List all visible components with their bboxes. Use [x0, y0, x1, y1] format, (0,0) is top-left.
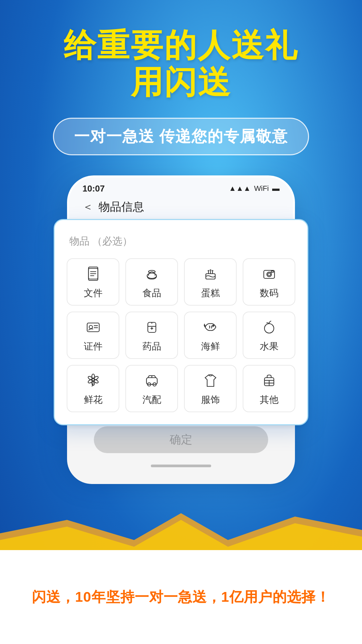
- nav-title: 物品信息: [99, 199, 144, 215]
- medicine-icon: [144, 320, 159, 337]
- item-label-flower: 鲜花: [84, 393, 103, 406]
- back-button[interactable]: ＜: [82, 200, 93, 214]
- fruit-icon: [262, 320, 277, 337]
- item-btn-seafood[interactable]: 海鲜: [184, 312, 237, 359]
- digital-icon: [262, 266, 277, 283]
- phone-navbar: ＜ 物品信息: [69, 197, 293, 220]
- svg-point-20: [264, 324, 274, 333]
- confirm-button[interactable]: 确定: [94, 426, 268, 453]
- signal-icon: ▲▲▲: [229, 184, 251, 193]
- item-btn-other[interactable]: 其他: [243, 365, 295, 412]
- item-btn-file[interactable]: 文件: [67, 258, 119, 306]
- flower-icon: [86, 373, 101, 390]
- file-icon: [86, 266, 101, 283]
- item-label-medicine: 药品: [142, 340, 161, 353]
- item-btn-medicine[interactable]: 药品: [125, 312, 178, 359]
- svg-point-9: [268, 273, 270, 276]
- items-panel: 物品（必选） 文件食品蛋糕数码证件药品海鲜水果鲜花汽配服饰其他: [54, 219, 308, 425]
- home-indicator: [151, 465, 211, 467]
- item-btn-clothing[interactable]: 服饰: [184, 365, 237, 412]
- svg-point-19: [213, 325, 214, 326]
- item-btn-food[interactable]: 食品: [125, 258, 178, 306]
- bottom-text: 闪送，10年坚持一对一急送，1亿用户的选择！: [32, 588, 330, 606]
- hero-title: 给重要的人送礼 用闪送: [64, 27, 298, 101]
- item-label-food: 食品: [142, 287, 161, 300]
- item-label-file: 文件: [84, 287, 103, 300]
- food-icon: [144, 266, 159, 283]
- svg-point-12: [89, 325, 93, 329]
- subtitle-pill: 一对一急送 传递您的专属敬意: [53, 118, 309, 155]
- item-label-seafood: 海鲜: [201, 340, 220, 353]
- item-label-clothing: 服饰: [201, 393, 220, 406]
- item-btn-auto-parts[interactable]: 汽配: [125, 365, 178, 412]
- item-btn-fruit[interactable]: 水果: [243, 312, 295, 359]
- item-btn-digital[interactable]: 数码: [243, 258, 295, 306]
- item-label-other: 其他: [260, 393, 279, 406]
- auto-parts-icon: [144, 373, 159, 390]
- item-btn-id-card[interactable]: 证件: [67, 312, 119, 359]
- item-label-fruit: 水果: [260, 340, 279, 353]
- item-label-digital: 数码: [260, 287, 279, 300]
- lightning-decoration: [0, 493, 362, 553]
- item-btn-flower[interactable]: 鲜花: [67, 365, 119, 412]
- other-icon: [262, 373, 277, 390]
- battery-icon: ▬: [272, 184, 280, 193]
- items-grid: 文件食品蛋糕数码证件药品海鲜水果鲜花汽配服饰其他: [67, 258, 295, 412]
- items-label: 物品（必选）: [67, 233, 295, 248]
- bottom-section: 闪送，10年坚持一对一急送，1亿用户的选择！: [0, 550, 362, 644]
- item-label-cake: 蛋糕: [201, 287, 220, 300]
- wifi-icon: WiFi: [254, 184, 269, 193]
- item-label-auto-parts: 汽配: [142, 393, 161, 406]
- svg-rect-10: [271, 271, 274, 272]
- clothing-icon: [203, 373, 218, 390]
- id-card-icon: [86, 320, 101, 337]
- seafood-icon: [203, 320, 218, 337]
- item-btn-cake[interactable]: 蛋糕: [184, 258, 237, 306]
- item-label-id-card: 证件: [84, 340, 103, 353]
- status-time: 10:07: [82, 183, 105, 194]
- phone-status-bar: 10:07 ▲▲▲ WiFi ▬: [69, 177, 293, 197]
- svg-rect-7: [264, 270, 275, 278]
- cake-icon: [203, 266, 218, 283]
- status-icons: ▲▲▲ WiFi ▬: [229, 184, 280, 193]
- phone-mockup: 10:07 ▲▲▲ WiFi ▬ ＜ 物品信息 物品（必选） 文件食品蛋糕数码证…: [60, 175, 302, 484]
